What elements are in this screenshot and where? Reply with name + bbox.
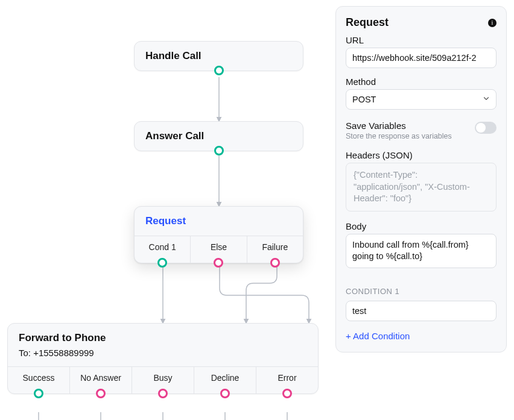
flow-canvas[interactable]: Handle Call Answer Call Request Cond 1 E… xyxy=(0,0,326,420)
branch-decline[interactable]: Decline xyxy=(194,367,256,393)
node-handle-call[interactable]: Handle Call xyxy=(134,41,303,71)
branch-label: Error xyxy=(278,373,296,383)
node-answer-call[interactable]: Answer Call xyxy=(134,121,303,151)
node-title: Forward to Phone xyxy=(8,324,318,348)
save-vars-label: Save Variables xyxy=(346,121,475,131)
branch-label: Failure xyxy=(262,242,288,252)
method-select[interactable]: POST xyxy=(346,89,497,110)
method-label: Method xyxy=(346,77,497,87)
node-title: Request xyxy=(135,207,303,236)
headers-label: Headers (JSON) xyxy=(346,150,497,160)
condition-input[interactable] xyxy=(346,301,497,321)
node-output-port[interactable] xyxy=(214,146,224,155)
body-label: Body xyxy=(346,221,497,231)
branch-label: Else xyxy=(211,242,227,252)
info-icon[interactable]: i xyxy=(488,19,497,27)
branch-label: Busy xyxy=(153,373,172,383)
panel-title: Request xyxy=(346,16,389,29)
branch-busy[interactable]: Busy xyxy=(132,367,194,393)
save-vars-hint: Store the response as variables xyxy=(346,132,475,140)
add-condition-button[interactable]: + Add Condition xyxy=(346,331,497,341)
inspector-panel: Request i URL Method POST Save Variables… xyxy=(335,6,507,353)
branch-label: Cond 1 xyxy=(149,242,176,252)
branch-failure[interactable]: Failure xyxy=(247,236,303,263)
branch-port[interactable] xyxy=(158,389,168,398)
branch-port[interactable] xyxy=(214,258,223,268)
node-branches: Success No Answer Busy Decline Error xyxy=(8,366,318,393)
branch-no-answer[interactable]: No Answer xyxy=(70,367,132,393)
node-subtitle: To: +15558889999 xyxy=(8,348,318,366)
branch-label: Decline xyxy=(211,373,240,383)
branch-port[interactable] xyxy=(96,389,106,398)
branch-port[interactable] xyxy=(34,389,43,398)
branch-error[interactable]: Error xyxy=(256,367,318,393)
branch-success[interactable]: Success xyxy=(8,367,70,393)
branch-port[interactable] xyxy=(220,389,230,398)
node-branches: Cond 1 Else Failure xyxy=(135,236,303,263)
save-vars-toggle[interactable] xyxy=(475,122,497,134)
branch-port[interactable] xyxy=(270,258,280,268)
branch-label: No Answer xyxy=(80,373,121,383)
branch-else[interactable]: Else xyxy=(191,236,247,263)
branch-cond1[interactable]: Cond 1 xyxy=(135,236,191,263)
branch-port[interactable] xyxy=(157,258,167,268)
headers-input[interactable]: {"Content-Type": "application/json", "X-… xyxy=(346,163,497,212)
url-label: URL xyxy=(346,35,497,45)
node-forward-to-phone[interactable]: Forward to Phone To: +15558889999 Succes… xyxy=(7,323,319,394)
node-output-port[interactable] xyxy=(214,66,224,75)
body-input[interactable]: Inbound call from %{call.from} going to … xyxy=(346,234,497,268)
condition-section-label: CONDITION 1 xyxy=(346,287,497,296)
url-input[interactable] xyxy=(346,48,497,68)
node-request[interactable]: Request Cond 1 Else Failure xyxy=(134,206,303,263)
branch-port[interactable] xyxy=(282,389,292,398)
branch-label: Success xyxy=(23,373,55,383)
